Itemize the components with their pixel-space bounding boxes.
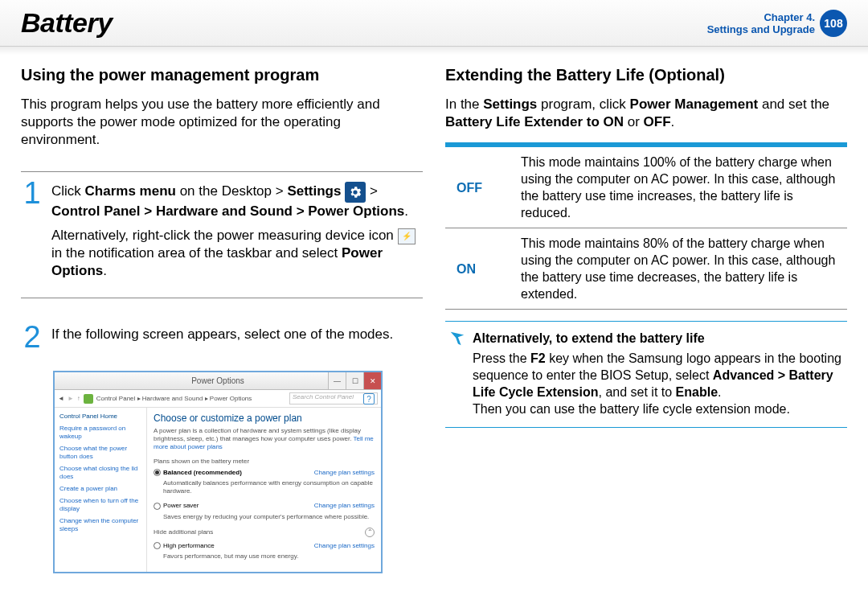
right-intro: In the Settings program, click Power Man…: [445, 96, 847, 131]
step-1-block: 1 Click Charms menu on the Desktop > Set…: [21, 171, 423, 298]
window-maximize-button[interactable]: ☐: [346, 372, 363, 389]
sidebar-link[interactable]: Create a power plan: [59, 485, 141, 493]
right-column: Extending the Battery Life (Optional) In…: [445, 66, 847, 573]
plan-balanced-desc: Automatically balances performance with …: [163, 479, 375, 495]
plan-balanced: Balanced (recommended): [163, 469, 242, 476]
chapter-info: Chapter 4. Settings and Upgrade 108: [707, 10, 847, 37]
right-heading: Extending the Battery Life (Optional): [445, 66, 847, 84]
help-icon[interactable]: ?: [363, 393, 375, 405]
note-title: Alternatively, to extend the battery lif…: [473, 330, 844, 347]
collapse-icon[interactable]: ⌃: [365, 528, 375, 537]
chapter-line1: Chapter 4.: [707, 11, 815, 23]
window-titlebar: Power Options — ☐ ✕: [55, 372, 381, 390]
power-options-screenshot: Power Options — ☐ ✕ ◄ ► ↑ Control Panel …: [53, 371, 383, 573]
note-icon: [448, 330, 466, 417]
plan-highperf: High performance: [163, 542, 215, 549]
battery-mode-table: OFF This mode maintains 100% of the batt…: [445, 142, 847, 310]
section-label: Plans shown on the battery meter: [154, 458, 375, 465]
sidebar-home-link[interactable]: Control Panel Home: [59, 413, 141, 420]
change-plan-link[interactable]: Change plan settings: [314, 469, 375, 476]
breadcrumb-path[interactable]: Control Panel ▸ Hardware and Sound ▸ Pow…: [84, 394, 286, 404]
page-title: Battery: [21, 7, 113, 39]
power-tray-icon: ⚡: [398, 228, 416, 244]
main-panel: Choose or customize a power plan A power…: [147, 408, 381, 572]
page-number-badge: 108: [820, 10, 847, 37]
sidebar: Control Panel Home Require a password on…: [55, 408, 147, 572]
off-label: OFF: [445, 147, 510, 228]
nav-back-icon[interactable]: ◄: [58, 395, 64, 402]
on-label: ON: [445, 228, 510, 310]
plan-powersaver: Power saver: [163, 502, 199, 509]
step1-alt-text: Alternatively, right-click the power mea…: [51, 228, 398, 243]
on-description: This mode maintains 80% of the battery c…: [510, 228, 847, 310]
chapter-line2: Settings and Upgrade: [707, 23, 815, 35]
radio-balanced[interactable]: [154, 469, 161, 476]
sidebar-link[interactable]: Require a password on wakeup: [59, 425, 141, 441]
step-number-1: 1: [21, 179, 43, 207]
step-number-2: 2: [21, 322, 43, 351]
plan-powersaver-desc: Saves energy by reducing your computer's…: [163, 513, 375, 521]
radio-powersaver[interactable]: [154, 503, 161, 510]
nav-forward-icon[interactable]: ►: [68, 395, 74, 402]
window-title: Power Options: [191, 376, 244, 385]
note-line1: Press the F2 key when the Samsung logo a…: [473, 350, 844, 400]
left-heading: Using the power management program: [21, 66, 423, 84]
step1-text: Click: [51, 183, 85, 199]
note-box: Alternatively, to extend the battery lif…: [445, 321, 847, 428]
sidebar-link[interactable]: Choose what the power button does: [59, 445, 141, 461]
window-close-button[interactable]: ✕: [363, 372, 381, 389]
off-description: This mode maintains 100% of the battery …: [510, 147, 847, 228]
radio-highperf[interactable]: [154, 542, 161, 549]
sidebar-link[interactable]: Choose what closing the lid does: [59, 465, 141, 481]
step1-bold-charms: Charms menu: [85, 183, 176, 199]
plan-highperf-desc: Favors performance, but may use more ene…: [163, 552, 375, 561]
step2-text: If the following screen appears, select …: [51, 322, 423, 343]
address-bar: ◄ ► ↑ Control Panel ▸ Hardware and Sound…: [55, 390, 381, 408]
step1-bold-settings: Settings: [287, 183, 341, 199]
change-plan-link[interactable]: Change plan settings: [314, 502, 375, 509]
settings-gear-icon: [345, 182, 366, 203]
sidebar-link[interactable]: Change when the computer sleeps: [59, 517, 141, 533]
note-line2: Then you can use the battery life cycle …: [473, 400, 844, 417]
main-desc: A power plan is a collection of hardware…: [154, 427, 375, 451]
left-intro: This program helps you use the battery m…: [21, 96, 423, 149]
window-minimize-button[interactable]: —: [328, 372, 346, 389]
hide-additional-plans[interactable]: Hide additional plans ⌃: [154, 528, 375, 537]
left-column: Using the power management program This …: [21, 66, 423, 573]
page-header: Battery Chapter 4. Settings and Upgrade …: [0, 0, 868, 47]
step1-bold-path: Control Panel > Hardware and Sound > Pow…: [51, 203, 404, 219]
step-2-block: 2 If the following screen appears, selec…: [21, 322, 423, 351]
main-heading: Choose or customize a power plan: [154, 413, 375, 424]
sidebar-link[interactable]: Choose when to turn off the display: [59, 497, 141, 513]
change-plan-link[interactable]: Change plan settings: [314, 542, 375, 549]
